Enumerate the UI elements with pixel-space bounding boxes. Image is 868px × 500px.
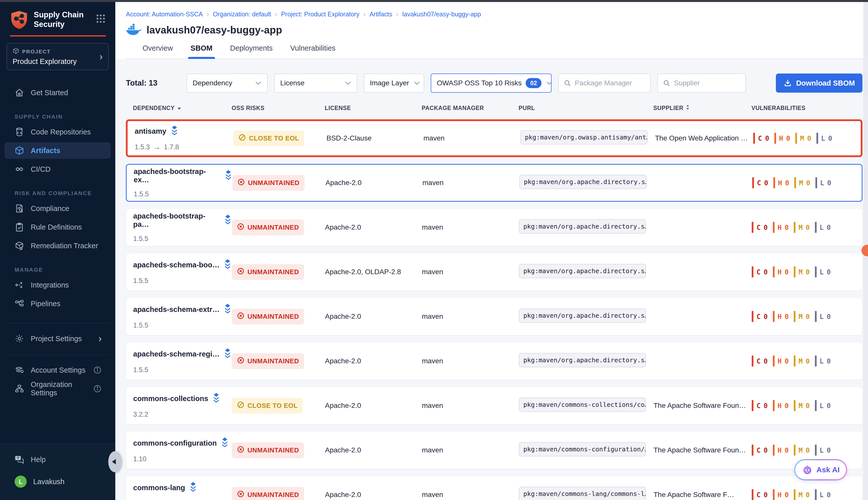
sidebar-item-code-repositories[interactable]: Code Repositories bbox=[4, 124, 111, 140]
severity-bar bbox=[815, 355, 816, 366]
risk-status-icon bbox=[237, 401, 244, 410]
supplier-search[interactable] bbox=[657, 73, 746, 93]
purl-pill[interactable]: pkg:maven/org.apache.directory.s… bbox=[519, 308, 646, 323]
table-row-apacheds-schema-boo[interactable]: apacheds-schema-boo… 1.5.5 → UNMAINTAINE… bbox=[126, 253, 863, 291]
docker-icon bbox=[126, 23, 141, 36]
severity-label: C bbox=[756, 313, 761, 320]
severity-count: 0 bbox=[785, 357, 789, 365]
column-header-purl: PURL bbox=[518, 105, 653, 112]
layers-icon bbox=[224, 215, 232, 226]
column-header-vulnerabilities: VULNERABILITIES bbox=[752, 105, 863, 112]
license: BSD-2-Clause bbox=[327, 134, 423, 142]
dependency-version: 1.10 → bbox=[133, 455, 232, 463]
purl-pill[interactable]: pkg:maven/commons-configuration/… bbox=[519, 442, 646, 456]
sort-icon[interactable] bbox=[686, 104, 689, 112]
sidebar-item-label: Remediation Tracker bbox=[31, 242, 98, 250]
sidebar-item-project-settings[interactable]: Project Settings › bbox=[4, 330, 111, 347]
tab-overview[interactable]: Overview bbox=[142, 44, 173, 58]
supplier-input[interactable] bbox=[674, 79, 740, 87]
severity-bar bbox=[752, 400, 753, 411]
severity-c: C0 bbox=[752, 445, 768, 456]
download-sbom-button[interactable]: Download SBOM bbox=[776, 73, 863, 93]
purl-pill[interactable]: pkg:maven/org.apache.directory.s… bbox=[519, 264, 646, 278]
severity-label: H bbox=[778, 179, 782, 187]
severity-count: 0 bbox=[764, 402, 767, 410]
app-switcher-grid-icon[interactable] bbox=[95, 13, 106, 25]
dependency-version: 1.5.5 → bbox=[133, 366, 232, 374]
table-row-commons-configuration[interactable]: commons-configuration 1.10 → UNMAINTAINE… bbox=[126, 431, 863, 469]
clipboard-check-icon bbox=[15, 222, 24, 232]
user-menu[interactable]: L Lavakush bbox=[4, 473, 111, 490]
sidebar-item-pipelines[interactable]: Pipelines bbox=[4, 295, 111, 312]
table-row-apacheds-schema-regi[interactable]: apacheds-schema-regi… 1.5.5 → UNMAINTAIN… bbox=[126, 342, 863, 380]
sort-desc-icon[interactable] bbox=[177, 105, 181, 112]
severity-count: 0 bbox=[764, 224, 767, 231]
purl-pill[interactable]: pkg:maven/org.owasp.antisamy/ant… bbox=[520, 130, 648, 145]
info-icon[interactable] bbox=[93, 366, 102, 374]
layers-icon bbox=[170, 125, 179, 137]
project-selector[interactable]: PROJECT Product Exploratory › bbox=[7, 43, 109, 70]
sidebar-item-account-settings[interactable]: Account Settings bbox=[4, 362, 111, 378]
severity-label: H bbox=[778, 446, 782, 454]
filter-dropdown-image-layer[interactable]: Image Layer bbox=[364, 73, 424, 93]
severity-bar bbox=[774, 133, 776, 144]
sidebar-item-remediation-tracker[interactable]: Remediation Tracker bbox=[4, 237, 111, 254]
vulnerability-counts: C0H0M0L0 bbox=[752, 355, 862, 366]
sidebar-collapse-handle[interactable] bbox=[108, 451, 122, 472]
table-row-apacheds-bootstrap-pa[interactable]: apacheds-bootstrap-pa… 1.5.5 → UNMAINTAI… bbox=[126, 208, 863, 246]
dependency-version: 1.5.5 → bbox=[133, 321, 232, 330]
purl-pill[interactable]: pkg:maven/commons-collections/co… bbox=[519, 398, 646, 412]
severity-m: M0 bbox=[794, 177, 810, 188]
package-manager: maven bbox=[422, 446, 519, 454]
table-row-commons-lang[interactable]: commons-lang → UNMAINTAINED Apache-2.0 m… bbox=[126, 476, 863, 500]
sidebar-item-integrations[interactable]: Integrations bbox=[4, 277, 111, 293]
filter-dropdown-license[interactable]: License bbox=[274, 73, 357, 93]
chevron-down-icon bbox=[340, 81, 351, 85]
info-icon[interactable] bbox=[93, 384, 102, 393]
table-row-apacheds-schema-extr[interactable]: apacheds-schema-extr… 1.5.5 → UNMAINTAIN… bbox=[126, 298, 863, 336]
filter-dropdown-owasp-oss-top-10-risks[interactable]: OWASP OSS Top 10 Risks02 bbox=[431, 73, 551, 93]
purl-pill[interactable]: pkg:maven/org.apache.directory.s… bbox=[519, 175, 647, 189]
severity-label: H bbox=[778, 357, 782, 365]
sidebar-item-cicd[interactable]: CI/CD bbox=[4, 161, 111, 178]
severity-label: M bbox=[799, 357, 802, 365]
breadcrumb-link-lavakush07-easy-buggy-app[interactable]: lavakush07/easy-buggy-app bbox=[402, 11, 481, 18]
sidebar-item-artifacts[interactable]: Artifacts bbox=[4, 142, 111, 159]
sidebar-item-organization-settings[interactable]: Organization Settings bbox=[4, 380, 111, 397]
severity-count: 0 bbox=[827, 268, 831, 276]
severity-c: C0 bbox=[753, 133, 769, 144]
severity-count: 0 bbox=[806, 357, 810, 365]
layers-icon bbox=[224, 170, 232, 182]
breadcrumb-link-project-product-exploratory[interactable]: Project: Product Exploratory bbox=[281, 11, 359, 18]
purl-pill[interactable]: pkg:maven/org.apache.directory.s… bbox=[519, 219, 646, 234]
severity-h: H0 bbox=[774, 133, 790, 144]
breadcrumb-link-organization-default[interactable]: Organization: default bbox=[213, 11, 271, 18]
severity-bar bbox=[773, 489, 775, 500]
breadcrumb-link-account-automation-ssca[interactable]: Account: Automation-SSCA bbox=[126, 11, 203, 18]
purl-pill[interactable]: pkg:maven/commons-lang/commons-l… bbox=[519, 487, 646, 500]
sidebar-item-help[interactable]: ? Help bbox=[4, 451, 111, 468]
breadcrumb-link-artifacts[interactable]: Artifacts bbox=[369, 11, 392, 18]
severity-label: C bbox=[756, 357, 761, 365]
package-manager-input[interactable] bbox=[575, 79, 645, 87]
column-header-dependency[interactable]: DEPENDENCY bbox=[126, 105, 232, 112]
table-row-commons-collections[interactable]: commons-collections 3.2.2 → CLOSE TO EOL… bbox=[126, 387, 863, 424]
tab-vulnerabilities[interactable]: Vulnerabilities bbox=[290, 44, 335, 58]
purl-pill[interactable]: pkg:maven/org.apache.directory.s… bbox=[519, 353, 646, 367]
sidebar-item-rule-definitions[interactable]: Rule Definitions bbox=[4, 219, 111, 235]
filter-dropdown-dependency[interactable]: Dependency bbox=[186, 73, 267, 93]
sidebar-item-compliance[interactable]: Compliance bbox=[4, 200, 111, 217]
column-label: PURL bbox=[518, 105, 535, 112]
tab-sbom[interactable]: SBOM bbox=[191, 44, 213, 58]
sidebar-item-get-started[interactable]: Get Started bbox=[4, 84, 111, 101]
package-manager-search[interactable] bbox=[558, 73, 651, 93]
severity-bar bbox=[794, 266, 796, 277]
oss-risk-badge: UNMAINTAINED bbox=[232, 264, 304, 280]
ask-ai-button[interactable]: Ask AI bbox=[794, 459, 847, 480]
risk-status-icon bbox=[238, 134, 246, 143]
column-header-supplier[interactable]: SUPPLIER bbox=[653, 104, 752, 112]
tab-deployments[interactable]: Deployments bbox=[230, 44, 273, 58]
table-row-apacheds-bootstrap-ex[interactable]: apacheds-bootstrap-ex… 1.5.5 → UNMAINTAI… bbox=[126, 164, 863, 202]
severity-bar bbox=[752, 489, 753, 500]
table-row-antisamy[interactable]: antisamy 1.5.3 → 1.7.8 CLOSE TO EOL BSD-… bbox=[126, 120, 863, 157]
